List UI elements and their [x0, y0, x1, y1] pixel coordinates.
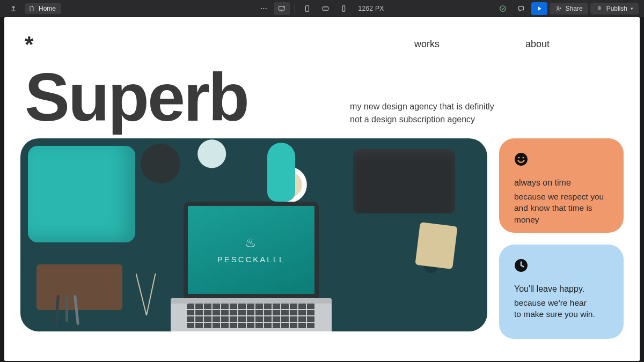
breakpoint-phone-button[interactable] — [335, 2, 352, 15]
page-tab-home[interactable]: Home — [25, 3, 61, 14]
svg-point-7 — [500, 6, 506, 12]
svg-point-0 — [261, 8, 262, 9]
ellipsis-icon — [260, 5, 267, 12]
hero-image-wallet — [353, 149, 455, 213]
site-nav: works about — [414, 33, 619, 50]
chevron-down-icon: ▾ — [631, 6, 633, 11]
upload-button[interactable] — [5, 2, 21, 15]
upload-icon — [10, 5, 17, 12]
site-header: * works about — [4, 17, 640, 56]
more-button[interactable] — [255, 2, 272, 15]
hero-image-twig — [133, 267, 160, 315]
nav-link-about[interactable]: about — [525, 39, 550, 50]
toolbar-right: Share Publish ▾ — [495, 2, 639, 15]
hero-tagline: my new design agency that is definitly n… — [350, 100, 500, 125]
breakpoint-tablet-landscape-button[interactable] — [317, 2, 333, 15]
person-plus-icon — [555, 5, 562, 12]
hero-image-laptop-logo: PESCCKALLL — [217, 255, 286, 264]
hero-image-card — [415, 222, 457, 269]
tablet-landscape-icon — [321, 5, 329, 12]
svg-rect-5 — [323, 7, 328, 10]
share-label: Share — [566, 5, 583, 12]
hero-image: ♨ PESCCKALLL — [20, 138, 487, 331]
clock-icon — [514, 258, 528, 272]
hero-title: Superb — [25, 65, 248, 130]
breakpoint-width-label: 1262 PX — [354, 5, 388, 12]
card-body: because we're hear to make sure you win. — [514, 297, 609, 320]
design-canvas[interactable]: * works about Superb my new design agenc… — [4, 17, 640, 361]
svg-point-2 — [266, 8, 267, 9]
svg-point-1 — [263, 8, 264, 9]
comment-icon — [517, 5, 525, 12]
page-tab-label: Home — [39, 5, 56, 12]
nav-link-works[interactable]: works — [414, 39, 440, 50]
card-title: You'll leave happy. — [514, 284, 609, 294]
svg-rect-4 — [305, 6, 309, 12]
toolbar-center: 1262 PX — [255, 2, 388, 15]
publish-label: Publish — [606, 5, 627, 12]
breakpoint-tablet-portrait-button[interactable] — [299, 2, 315, 15]
smile-icon — [514, 152, 528, 166]
svg-rect-6 — [342, 6, 345, 12]
check-circle-icon — [499, 5, 507, 12]
comments-button[interactable] — [513, 2, 529, 15]
rocket-icon — [596, 5, 603, 12]
feature-cards: always on time because we respect you an… — [499, 138, 624, 339]
svg-rect-11 — [518, 157, 519, 158]
svg-point-9 — [599, 8, 600, 9]
site-logo[interactable]: * — [25, 33, 32, 56]
svg-point-8 — [557, 6, 558, 8]
svg-rect-12 — [522, 157, 524, 158]
status-ok-button[interactable] — [495, 2, 511, 15]
hero-image-pens — [53, 295, 117, 327]
flame-icon: ♨ — [245, 235, 258, 250]
publish-button[interactable]: Publish ▾ — [590, 3, 639, 14]
hero-body: ♨ PESCCKALLL always on time because we r… — [4, 130, 640, 339]
breakpoint-desktop-button[interactable] — [274, 2, 290, 15]
app-toolbar: Home 1262 PX — [0, 0, 644, 17]
feature-card-on-time[interactable]: always on time because we respect you an… — [499, 138, 624, 233]
play-icon — [536, 5, 543, 12]
card-body: because we respect you and know that tim… — [514, 191, 609, 226]
desktop-add-icon — [278, 5, 286, 12]
share-button[interactable]: Share — [550, 3, 588, 14]
card-title: always on time — [514, 178, 609, 188]
page-icon — [28, 5, 35, 12]
hero-image-bottle — [267, 143, 295, 202]
tablet-portrait-icon — [303, 5, 311, 12]
phone-icon — [340, 5, 347, 12]
hero-image-bag — [28, 146, 135, 242]
feature-card-happy[interactable]: You'll leave happy. because we're hear t… — [499, 245, 624, 339]
hero-top: Superb my new design agency that is defi… — [4, 56, 640, 130]
preview-play-button[interactable] — [531, 2, 547, 15]
hero-image-laptop: ♨ PESCCKALLL — [171, 202, 332, 331]
svg-point-10 — [515, 153, 528, 166]
toolbar-divider — [294, 4, 295, 13]
